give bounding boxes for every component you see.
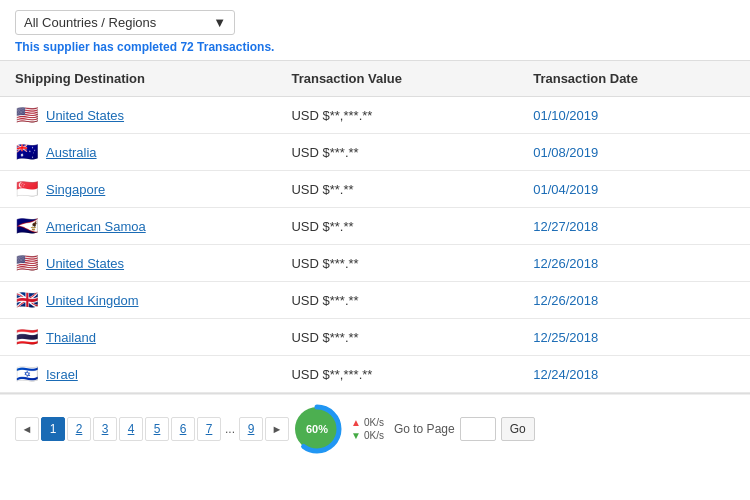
table-row: 🇺🇸 United States USD $***.**12/26/2018: [0, 245, 750, 282]
flag-icon-7: 🇮🇱: [15, 366, 39, 382]
summary-prefix: This supplier has completed: [15, 40, 180, 54]
table-header-row: Shipping Destination Transaction Value T…: [0, 61, 750, 97]
dropdown-arrow-icon: ▼: [213, 15, 226, 30]
date-cell-0: 01/10/2019: [518, 97, 750, 134]
country-name-0[interactable]: United States: [46, 108, 124, 123]
value-cell-7: USD $**,***.**: [276, 356, 518, 393]
flag-icon-2: 🇸🇬: [15, 181, 39, 197]
table-row: 🇸🇬 Singapore USD $**.**01/04/2019: [0, 171, 750, 208]
flag-icon-0: 🇺🇸: [15, 107, 39, 123]
date-cell-2: 01/04/2019: [518, 171, 750, 208]
country-cell-6: 🇹🇭 Thailand: [0, 319, 276, 356]
top-bar: All Countries / Regions ▼ This supplier …: [0, 0, 750, 60]
date-cell-3: 12/27/2018: [518, 208, 750, 245]
transaction-count: 72: [180, 40, 193, 54]
goto-section: Go to Page Go: [394, 417, 535, 441]
flag-icon-6: 🇹🇭: [15, 329, 39, 345]
flag-icon-3: 🇦🇸: [15, 218, 39, 234]
pagination-page-7[interactable]: 7: [197, 417, 221, 441]
value-cell-3: USD $**.**: [276, 208, 518, 245]
transactions-table: Shipping Destination Transaction Value T…: [0, 61, 750, 393]
country-name-6[interactable]: Thailand: [46, 330, 96, 345]
country-cell-1: 🇦🇺 Australia: [0, 134, 276, 171]
transaction-summary: This supplier has completed 72 Transacti…: [15, 40, 735, 54]
date-cell-7: 12/24/2018: [518, 356, 750, 393]
pagination-ellipsis: ...: [223, 422, 237, 436]
pagination-page-3[interactable]: 3: [93, 417, 117, 441]
value-cell-2: USD $**.**: [276, 171, 518, 208]
pagination-bar: ◄ 1 2 3 4 5 6 7 ... 9 ► 60% ▲ 0K/s ▼ 0K/…: [0, 394, 750, 463]
table-row: 🇦🇺 Australia USD $***.**01/08/2019: [0, 134, 750, 171]
pagination-next[interactable]: ►: [265, 417, 289, 441]
table-row: 🇹🇭 Thailand USD $***.**12/25/2018: [0, 319, 750, 356]
pagination-page-2[interactable]: 2: [67, 417, 91, 441]
pagination-page-6[interactable]: 6: [171, 417, 195, 441]
progress-percent: 60%: [306, 423, 328, 435]
table-row: 🇦🇸 American Samoa USD $**.**12/27/2018: [0, 208, 750, 245]
summary-suffix: Transactions.: [194, 40, 275, 54]
country-filter-dropdown[interactable]: All Countries / Regions ▼: [15, 10, 235, 35]
date-cell-1: 01/08/2019: [518, 134, 750, 171]
arrow-up-icon: ▲: [351, 417, 361, 428]
value-cell-0: USD $**,***.**: [276, 97, 518, 134]
pagination-page-1[interactable]: 1: [41, 417, 65, 441]
country-cell-4: 🇺🇸 United States: [0, 245, 276, 282]
dropdown-label: All Countries / Regions: [24, 15, 156, 30]
country-name-3[interactable]: American Samoa: [46, 219, 146, 234]
table-row: 🇮🇱 Israel USD $**,***.**12/24/2018: [0, 356, 750, 393]
value-cell-1: USD $***.**: [276, 134, 518, 171]
pagination-page-5[interactable]: 5: [145, 417, 169, 441]
goto-label: Go to Page: [394, 422, 455, 436]
stat-row-1: ▲ 0K/s: [351, 417, 384, 428]
flag-icon-5: 🇬🇧: [15, 292, 39, 308]
date-cell-5: 12/26/2018: [518, 282, 750, 319]
country-name-4[interactable]: United States: [46, 256, 124, 271]
country-cell-3: 🇦🇸 American Samoa: [0, 208, 276, 245]
country-cell-2: 🇸🇬 Singapore: [0, 171, 276, 208]
flag-icon-1: 🇦🇺: [15, 144, 39, 160]
pagination-controls: ◄ 1 2 3 4 5 6 7 ... 9 ►: [15, 417, 289, 441]
country-name-7[interactable]: Israel: [46, 367, 78, 382]
value-cell-4: USD $***.**: [276, 245, 518, 282]
flag-icon-4: 🇺🇸: [15, 255, 39, 271]
value-cell-6: USD $***.**: [276, 319, 518, 356]
arrow-down-icon: ▼: [351, 430, 361, 441]
country-cell-7: 🇮🇱 Israel: [0, 356, 276, 393]
transactions-table-container: Shipping Destination Transaction Value T…: [0, 60, 750, 394]
value-cell-5: USD $***.**: [276, 282, 518, 319]
goto-button[interactable]: Go: [501, 417, 535, 441]
pagination-page-4[interactable]: 4: [119, 417, 143, 441]
progress-widget: 60%: [291, 403, 343, 455]
table-row: 🇬🇧 United Kingdom USD $***.**12/26/2018: [0, 282, 750, 319]
date-cell-6: 12/25/2018: [518, 319, 750, 356]
header-value: Transaction Value: [276, 61, 518, 97]
table-row: 🇺🇸 United States USD $**,***.**01/10/201…: [0, 97, 750, 134]
header-destination: Shipping Destination: [0, 61, 276, 97]
pagination-page-9[interactable]: 9: [239, 417, 263, 441]
country-name-5[interactable]: United Kingdom: [46, 293, 139, 308]
bottom-right-section: 60% ▲ 0K/s ▼ 0K/s Go to Page Go: [291, 403, 535, 455]
country-cell-0: 🇺🇸 United States: [0, 97, 276, 134]
country-cell-5: 🇬🇧 United Kingdom: [0, 282, 276, 319]
country-name-1[interactable]: Australia: [46, 145, 97, 160]
stat2-label: 0K/s: [364, 430, 384, 441]
country-name-2[interactable]: Singapore: [46, 182, 105, 197]
header-date: Transaction Date: [518, 61, 750, 97]
date-cell-4: 12/26/2018: [518, 245, 750, 282]
pagination-prev[interactable]: ◄: [15, 417, 39, 441]
stat-row-2: ▼ 0K/s: [351, 430, 384, 441]
stats-mini: ▲ 0K/s ▼ 0K/s: [351, 417, 384, 441]
stat1-label: 0K/s: [364, 417, 384, 428]
goto-input[interactable]: [460, 417, 496, 441]
